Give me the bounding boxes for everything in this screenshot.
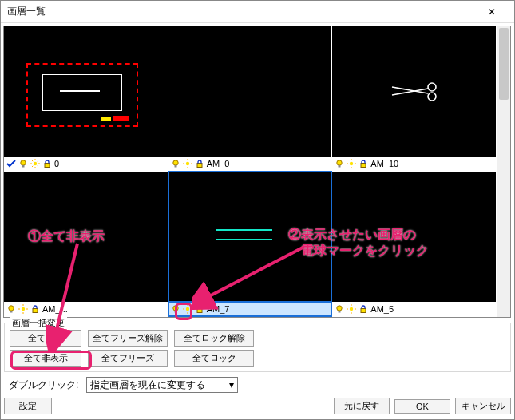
layer-cell[interactable]: AM_0 — [168, 26, 333, 172]
check-icon — [6, 159, 16, 168]
sun-icon[interactable] — [18, 304, 28, 314]
layer-status: 0 — [4, 157, 168, 171]
svg-rect-49 — [339, 311, 341, 313]
settings-button[interactable]: 設定 — [4, 398, 52, 414]
close-button[interactable]: ✕ — [476, 1, 508, 23]
svg-rect-13 — [174, 165, 176, 168]
layer-thumb — [4, 172, 168, 302]
lock-icon[interactable] — [195, 159, 204, 168]
bulb-icon[interactable] — [171, 159, 180, 168]
layer-cell[interactable]: AM_10 — [332, 26, 497, 172]
sun-icon[interactable] — [183, 159, 192, 168]
layer-thumb — [332, 172, 496, 302]
layer-name: 0 — [54, 159, 59, 168]
batch-title: 画層一括変更 — [10, 317, 67, 329]
layer-status: AM_10 — [332, 157, 496, 171]
svg-line-7 — [32, 160, 33, 161]
sun-icon[interactable] — [347, 159, 356, 168]
layer-cell[interactable]: AM_5 — [332, 172, 497, 317]
lock-icon[interactable] — [359, 159, 368, 168]
svg-rect-33 — [10, 311, 13, 313]
svg-point-34 — [22, 307, 25, 311]
layer-thumb — [4, 26, 168, 157]
chevron-down-icon: ▾ — [229, 379, 234, 390]
svg-point-14 — [185, 162, 188, 165]
dblclick-label: ダブルクリック: — [9, 378, 78, 392]
svg-point-24 — [337, 160, 342, 165]
lock-all-button[interactable]: 全てロック — [174, 350, 254, 367]
freeze-all-button[interactable]: 全てフリーズ — [88, 350, 168, 367]
unfreeze-all-button[interactable]: 全てフリーズ解除 — [88, 330, 168, 347]
sun-icon[interactable] — [183, 304, 192, 314]
svg-line-9 — [38, 160, 38, 161]
dblclick-select-value: 指定画層を現在に変更する — [90, 378, 205, 392]
window-title: 画層一覧 — [7, 5, 476, 18]
layer-status: AM_0 — [168, 157, 332, 171]
layer-thumb — [168, 26, 332, 157]
layer-thumb — [168, 172, 332, 302]
layer-name: AM_0 — [207, 159, 230, 168]
svg-point-2 — [34, 162, 37, 165]
undo-button[interactable]: 元に戻す — [334, 398, 390, 414]
layer-status: AM_5 — [332, 302, 496, 316]
lock-icon[interactable] — [359, 304, 368, 314]
layer-cell[interactable]: 0 — [4, 26, 168, 172]
layer-grid-wrap: 0 AM_0 AM_10 — [3, 26, 511, 318]
layer-name: AM_... — [42, 304, 68, 314]
svg-line-8 — [38, 166, 38, 167]
svg-point-22 — [428, 83, 436, 91]
svg-point-48 — [337, 306, 342, 311]
batch-change-group: 画層一括変更 全て表示 全てフリーズ解除 全てロック解除 全て非表示 全てフリー… — [4, 323, 511, 372]
bulb-icon[interactable] — [6, 304, 16, 314]
close-icon: ✕ — [488, 6, 496, 18]
lock-icon[interactable] — [30, 304, 40, 314]
vertical-scrollbar[interactable] — [497, 26, 510, 317]
svg-rect-55 — [361, 309, 366, 313]
svg-rect-31 — [361, 164, 366, 168]
svg-point-32 — [9, 306, 14, 311]
scrollbar-thumb[interactable] — [499, 28, 509, 100]
layer-thumb — [332, 26, 496, 157]
show-all-button[interactable]: 全て表示 — [10, 330, 81, 347]
layer-name: AM_5 — [370, 304, 394, 314]
layer-status: AM_7 — [168, 302, 332, 316]
layer-grid: 0 AM_0 AM_10 — [4, 26, 497, 317]
bulb-icon[interactable] — [171, 304, 180, 314]
layer-name: AM_7 — [207, 304, 230, 314]
layer-name: AM_10 — [370, 159, 398, 168]
svg-point-23 — [428, 93, 436, 101]
svg-point-50 — [350, 307, 353, 311]
layer-cell[interactable]: AM_... — [4, 172, 168, 317]
svg-point-40 — [172, 306, 177, 311]
sun-icon[interactable] — [30, 159, 40, 168]
bulb-icon[interactable] — [18, 159, 28, 168]
svg-rect-1 — [22, 165, 25, 168]
ok-button[interactable]: OK — [394, 399, 450, 414]
layer-cell-selected[interactable]: AM_7 — [168, 172, 333, 317]
bulb-icon[interactable] — [335, 304, 344, 314]
svg-point-0 — [21, 160, 26, 165]
svg-rect-19 — [197, 164, 202, 168]
unlock-all-button[interactable]: 全てロック解除 — [174, 330, 254, 347]
dblclick-select[interactable]: 指定画層を現在に変更する ▾ — [86, 377, 238, 393]
dialog-footer: 設定 元に戻す OK キャンセル — [4, 398, 511, 414]
sun-icon[interactable] — [347, 304, 356, 314]
lock-icon[interactable] — [42, 159, 52, 168]
cancel-button[interactable]: キャンセル — [455, 398, 511, 414]
svg-point-42 — [185, 307, 188, 311]
svg-rect-47 — [197, 309, 202, 313]
svg-rect-39 — [33, 309, 38, 313]
svg-line-10 — [32, 166, 33, 167]
svg-rect-41 — [174, 311, 176, 313]
svg-point-12 — [172, 160, 177, 165]
svg-point-26 — [350, 162, 353, 165]
dblclick-row: ダブルクリック: 指定画層を現在に変更する ▾ — [9, 377, 511, 393]
titlebar: 画層一覧 ✕ — [1, 1, 514, 23]
svg-rect-25 — [339, 165, 341, 168]
layer-status: AM_... — [4, 302, 168, 316]
lock-icon[interactable] — [195, 304, 204, 314]
scissors-icon — [388, 79, 444, 103]
svg-rect-11 — [45, 164, 50, 168]
bulb-icon[interactable] — [335, 159, 344, 168]
hide-all-button[interactable]: 全て非表示 — [10, 350, 81, 367]
